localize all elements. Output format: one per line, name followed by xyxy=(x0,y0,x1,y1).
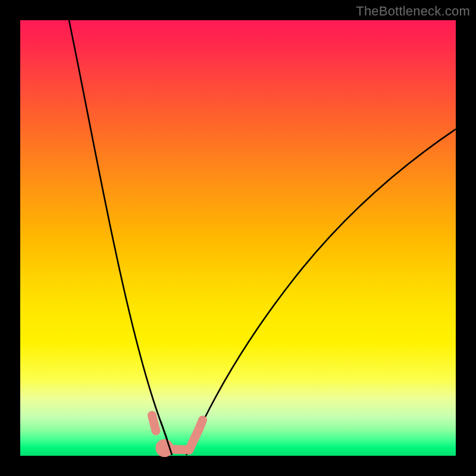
marker-seg-l1 xyxy=(152,415,156,431)
left-curve xyxy=(69,20,172,455)
right-curve xyxy=(186,129,456,455)
watermark-text: TheBottleneck.com xyxy=(356,4,470,19)
marker-seg-r3 xyxy=(199,420,203,429)
chart-frame: TheBottleneck.com xyxy=(0,0,476,476)
curves-svg xyxy=(20,20,456,476)
plot-area xyxy=(20,20,456,456)
